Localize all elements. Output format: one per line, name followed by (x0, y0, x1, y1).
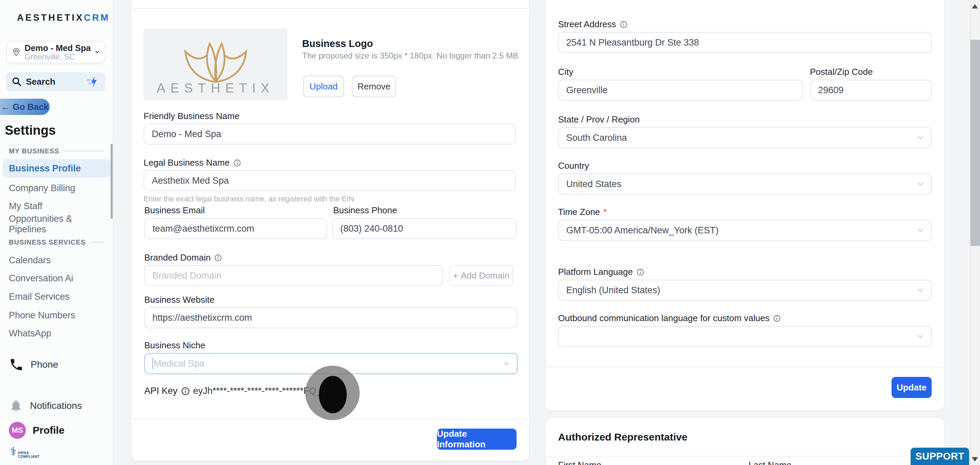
street-label: Street Address (558, 19, 628, 30)
website-input[interactable]: https://aesthetixcrm.com (144, 307, 517, 328)
sidebar-item-phone-numbers[interactable]: Phone Numbers (3, 306, 110, 325)
business-phone-input[interactable]: (803) 240-0810 (332, 218, 517, 239)
add-domain-button[interactable]: + Add Domain (449, 265, 513, 286)
phone-label: Phone (30, 359, 58, 370)
friendly-name-input[interactable]: Demo - Med Spa (143, 124, 516, 144)
business-logo-hint: The proposed size is 350px * 180px. No b… (302, 51, 518, 60)
brand-logo: AESTHETIXCRM (14, 9, 102, 27)
search-icon (11, 76, 22, 87)
sidebar-item-phone[interactable]: Phone (9, 357, 108, 372)
branded-domain-input[interactable]: Branded Domain (144, 265, 443, 286)
avatar: MS (9, 422, 26, 439)
hipaa-badge: ⚕ HIPAACOMPLIANT (10, 446, 40, 459)
outbound-language-label: Outbound communication language for cust… (558, 313, 781, 324)
sidebar-item-profile[interactable]: MS Profile (9, 422, 108, 439)
location-switcher[interactable]: Demo - Med Spa Greenville, SC (6, 41, 105, 63)
info-icon (636, 268, 644, 276)
chevron-down-icon (502, 359, 511, 368)
city-input[interactable]: Greenville (558, 79, 803, 101)
address-card (546, 0, 944, 410)
settings-title: Settings (5, 123, 56, 138)
profile-label: Profile (33, 425, 64, 436)
business-logo-title: Business Logo (302, 38, 373, 49)
last-name-label: Last Name (749, 460, 791, 465)
sidebar-item-company-billing[interactable]: Company Billing (3, 179, 110, 197)
country-select[interactable]: United States (558, 173, 932, 195)
phone-icon (9, 357, 24, 372)
scroll-up-arrow-icon[interactable] (972, 4, 978, 8)
page-scrollbar-thumb[interactable] (970, 40, 980, 246)
remove-button[interactable]: Remove (352, 76, 396, 97)
legal-name-input[interactable]: Aesthetix Med Spa (143, 170, 516, 191)
sidebar-item-opportunities-pipelines[interactable]: Opportunities & Pipelines (3, 215, 110, 233)
legal-name-helper: Enter the exact legal business name, as … (143, 195, 354, 203)
postal-input[interactable]: 29609 (810, 79, 932, 101)
scroll-down-arrow-icon[interactable] (972, 457, 978, 462)
search-input[interactable]: Search (6, 72, 105, 91)
state-label: State / Prov / Region (558, 114, 640, 125)
location-pin-icon (11, 45, 21, 59)
sidebar-item-notifications[interactable]: Notifications (9, 399, 108, 413)
friendly-name-label: Friendly Business Name (143, 111, 240, 121)
notifications-label: Notifications (30, 400, 82, 411)
chevron-down-icon (916, 332, 925, 341)
platform-language-select[interactable]: English (United States) (558, 279, 932, 301)
chevron-down-icon (916, 286, 925, 295)
info-icon (181, 387, 190, 395)
chevron-down-icon (916, 133, 925, 142)
go-back-button[interactable]: ← Go Back (0, 98, 50, 115)
chevron-down-icon (94, 48, 100, 57)
info-icon (773, 314, 781, 322)
first-name-label: First Name (558, 460, 601, 465)
country-label: Country (558, 160, 589, 171)
sidebar-item-email-services[interactable]: Email Services (3, 287, 110, 306)
info-icon (233, 159, 241, 167)
quick-actions-icon[interactable] (86, 75, 100, 89)
state-select[interactable]: South Carolina (558, 127, 932, 148)
section-header-business-services: BUSINESS SERVICES (9, 238, 104, 246)
sidebar-item-conversation-ai[interactable]: Conversation Ai (3, 269, 110, 287)
outbound-language-select[interactable] (558, 326, 932, 347)
section-header-my-business: MY BUSINESS (9, 147, 104, 155)
business-email-input[interactable]: team@aesthetixcrm.com (144, 218, 327, 239)
website-label: Business Website (144, 295, 215, 305)
lotus-logo-icon (165, 36, 267, 84)
city-label: City (558, 67, 573, 77)
business-email-label: Business Email (144, 205, 205, 216)
sidebar-item-calendars[interactable]: Calendars (3, 251, 110, 270)
branded-domain-label: Branded Domain (144, 252, 222, 263)
timezone-select[interactable]: GMT-05:00 America/New_York (EST) (558, 220, 932, 241)
screen-cursor (319, 376, 347, 413)
postal-label: Postal/Zip Code (810, 67, 873, 77)
search-label: Search (26, 76, 82, 87)
sidebar-item-my-staff[interactable]: My Staff (3, 197, 110, 215)
info-icon (214, 254, 222, 262)
required-asterisk: * (603, 207, 607, 217)
info-icon (620, 21, 628, 29)
platform-language-label: Platform Language (558, 267, 644, 277)
go-back-label: Go Back (13, 102, 49, 112)
bell-icon (9, 399, 23, 413)
update-information-button[interactable]: Update Information (437, 428, 517, 450)
chevron-down-icon (916, 179, 925, 189)
authorized-representative-title: Authorized Representative (558, 431, 687, 443)
support-button[interactable]: SUPPORT (911, 448, 969, 465)
chevron-down-icon (916, 226, 925, 235)
business-phone-label: Business Phone (333, 205, 397, 216)
logo-wordmark: AESTHETIX (156, 81, 274, 95)
sidebar-item-whatsapp[interactable]: WhatsApp (3, 324, 110, 343)
upload-button[interactable]: Upload (303, 76, 344, 97)
sidebar: AESTHETIXCRM Demo - Med Spa Greenville, … (0, 0, 113, 465)
location-city: Greenville, SC (24, 53, 91, 61)
text-caret (153, 358, 153, 370)
sidebar-scrollbar[interactable] (111, 144, 113, 219)
business-logo-preview: AESTHETIX (143, 29, 288, 100)
sidebar-item-business-profile[interactable]: Business Profile (3, 159, 110, 178)
update-button[interactable]: Update (891, 377, 932, 398)
street-input[interactable]: 2541 N Pleasantburg Dr Ste 338 (558, 32, 932, 53)
legal-name-label: Legal Business Name (143, 157, 241, 168)
timezone-label: Time Zone * (558, 207, 607, 217)
niche-label: Business Niche (144, 340, 205, 351)
location-name: Demo - Med Spa (24, 43, 91, 53)
back-arrow-icon: ← (1, 102, 10, 112)
